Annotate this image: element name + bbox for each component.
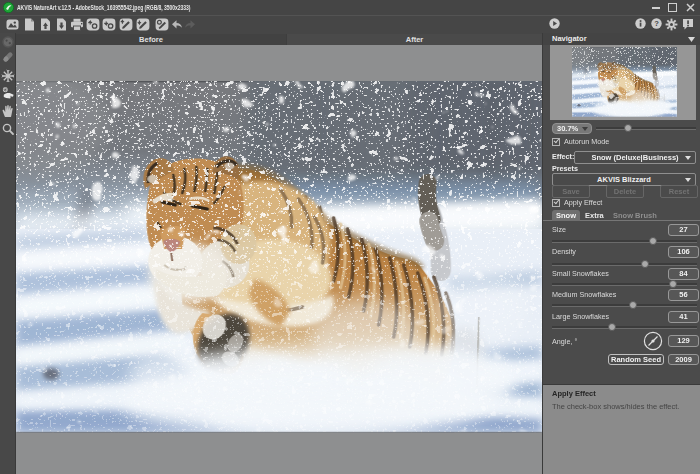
svg-text:?: ? bbox=[654, 19, 659, 28]
